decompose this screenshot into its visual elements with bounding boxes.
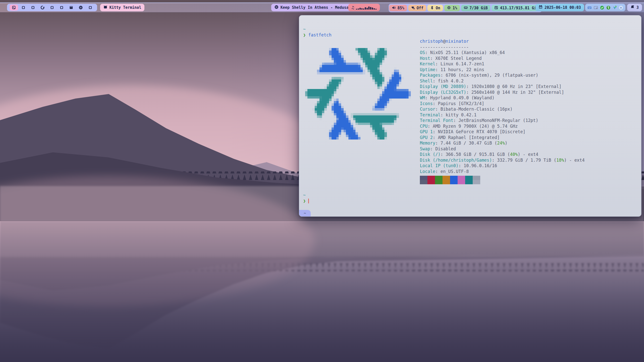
audio-visualizer-pill[interactable]: ♫ xyxy=(348,4,380,11)
square-icon xyxy=(21,6,25,10)
spotify-icon xyxy=(79,6,83,10)
terminal-window[interactable]: ~ ❯ fastfetch christoph@nixinator ------… xyxy=(299,15,641,217)
window-title-pill[interactable]: Kitty Terminal xyxy=(100,4,144,11)
fetch-row-display-lc32g5xt-: Display (LC32G5xT): 644x362 @ 144 Hz i… xyxy=(420,89,585,95)
music-track-label: Keep Shelly In Athens - Medusa xyxy=(280,5,349,10)
fetch-row-icons: Icons: Papirus [GTK2/3/4] xyxy=(420,101,585,107)
spotify-icon xyxy=(274,5,278,10)
palette-swatch xyxy=(450,176,458,180)
fetch-row-swap: Swap: Disabled xyxy=(420,146,585,152)
ram-icon xyxy=(464,6,468,11)
tray-check-icon[interactable] xyxy=(600,6,604,10)
palette-swatch xyxy=(442,180,450,184)
palette-row-2 xyxy=(420,180,585,184)
fetch-row-packages: Packages: 6706 (nix-system), 29 (flatpak… xyxy=(420,72,585,78)
palette-swatch xyxy=(420,176,427,180)
tray-keyboard-icon[interactable] xyxy=(587,6,592,10)
window-title-label: Kitty Terminal xyxy=(109,5,141,10)
visualizer-bar xyxy=(361,8,363,10)
notification-count: 3 xyxy=(636,5,639,10)
clock-pill[interactable]: 2025-06-18 00:03 xyxy=(535,4,584,11)
palette-swatch xyxy=(427,176,435,180)
tray-sync-icon[interactable] xyxy=(613,6,617,10)
fetch-row-gpu-2: GPU 2: AMD Raphael [Integrated] xyxy=(420,135,585,141)
fetch-row-terminal-font: Terminal Font: JetBrainsMonoNFM-Regular … xyxy=(420,118,585,123)
system-modules: 85%OffOn1%7/30 GiB413.17/915.81 GiB xyxy=(389,4,542,12)
palette-swatch xyxy=(442,176,450,180)
workspace-3-square[interactable] xyxy=(28,4,38,11)
module-network[interactable]: Off xyxy=(408,5,426,11)
palette-swatch xyxy=(458,180,465,184)
visualizer-bar xyxy=(367,8,368,10)
fetch-row-terminal: Terminal: kitty 0.42.1 xyxy=(420,112,585,118)
module-memory[interactable]: 7/30 GiB xyxy=(461,5,490,11)
clock-label: 2025-06-18 00:03 xyxy=(545,5,581,10)
visualizer-bar xyxy=(359,8,361,10)
system-tray xyxy=(585,4,625,11)
workspace-4-firefox[interactable] xyxy=(38,4,47,11)
fetch-row-gpu-1: GPU 1: NVIDIA GeForce RTX 4070 [Discrete… xyxy=(420,129,585,135)
bell-icon xyxy=(630,5,634,10)
workspace-5-square[interactable] xyxy=(47,4,57,11)
module-volume-label: 85% xyxy=(397,6,404,10)
square-icon xyxy=(31,6,35,10)
fetch-row-memory: Memory: 7.44 GiB / 30.47 GiB (24%) xyxy=(420,140,585,146)
tray-keepassxc-icon[interactable] xyxy=(606,6,611,10)
palette-row-1 xyxy=(420,176,585,180)
palette-swatch xyxy=(473,180,480,184)
nixos-logo xyxy=(303,38,413,149)
fetch-row-wm: WM: Hyprland 0.49.0 (Wayland) xyxy=(420,95,585,101)
wifi-off-icon xyxy=(411,6,415,11)
visualizer-bar xyxy=(363,9,364,10)
workspace-2-square[interactable] xyxy=(19,4,28,11)
visualizer-bar xyxy=(372,8,373,10)
prompt-input-line[interactable]: ❯ xyxy=(303,198,309,204)
prompt-history: ~ ❯ fastfetch xyxy=(303,26,332,38)
module-memory-label: 7/30 GiB xyxy=(469,6,488,10)
tray-spotify-tray-icon[interactable] xyxy=(619,6,623,10)
module-cpu[interactable]: 1% xyxy=(444,5,460,11)
fetch-row-cpu: CPU: AMD Ryzen 9 7900X (24) @ 5.74 GHz xyxy=(420,123,585,129)
visualizer-bar xyxy=(368,7,370,10)
firefox-icon xyxy=(41,6,45,10)
active-prompt[interactable]: ~ ❯ xyxy=(303,192,309,204)
visualizer-bars xyxy=(356,6,377,10)
fetch-row-kernel: Kernel: Linux 6.14.7-zen1 xyxy=(420,61,585,67)
fetch-rows: OS: NixOS 25.11 (Xantusia) x86_64Host: X… xyxy=(420,50,585,174)
module-network-label: Off xyxy=(417,6,423,10)
window-icon xyxy=(69,6,73,10)
workspace-9-square[interactable] xyxy=(86,4,95,11)
prompt-path: ~ xyxy=(303,26,332,32)
visualizer-bar xyxy=(375,9,377,10)
text-cursor xyxy=(308,199,309,203)
fetch-row-local-ip-tun0-: Local IP (tun0): 10.96.0.16/16 xyxy=(420,163,585,169)
palette-swatch xyxy=(435,176,442,180)
terminal-tab[interactable]: ~ xyxy=(299,210,311,216)
workspace-1-terminal[interactable] xyxy=(9,4,19,11)
music-player-pill[interactable]: Keep Shelly In Athens - Medusa xyxy=(271,4,352,11)
module-bluetooth[interactable]: On xyxy=(427,5,443,11)
square-icon xyxy=(60,6,64,10)
palette-swatch xyxy=(450,180,458,184)
module-cpu-label: 1% xyxy=(453,6,457,10)
cat-icon xyxy=(103,5,107,10)
palette-swatch xyxy=(458,176,465,180)
square-icon xyxy=(88,6,92,10)
tray-screenshare-icon[interactable] xyxy=(594,6,598,10)
prompt-symbol: ❯ xyxy=(303,32,306,37)
module-volume[interactable]: 85% xyxy=(389,5,407,11)
workspace-8-spotify[interactable] xyxy=(76,4,86,11)
notifications-pill[interactable]: 3 xyxy=(627,4,642,11)
palette-swatch xyxy=(420,180,427,184)
workspace-7-window[interactable] xyxy=(66,4,76,11)
terminal-tab-bar: ~ xyxy=(299,210,641,216)
fetch-title: christoph@nixinator xyxy=(420,38,585,44)
workspace-6-square[interactable] xyxy=(57,4,66,11)
module-bluetooth-label: On xyxy=(436,6,440,10)
palette-swatch xyxy=(435,180,442,184)
visualizer-bar xyxy=(365,7,366,10)
palette-swatch xyxy=(427,180,435,184)
command-text: fastfetch xyxy=(308,32,332,37)
module-disk[interactable]: 413.17/915.81 GiB xyxy=(492,5,541,11)
fetch-row-locale: Locale: en_US.UTF-8 xyxy=(420,169,585,174)
